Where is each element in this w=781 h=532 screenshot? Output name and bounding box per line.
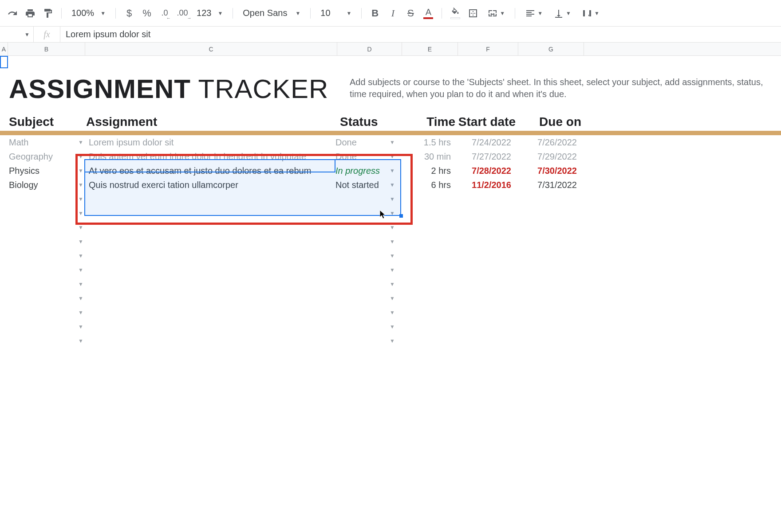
dropdown-icon[interactable]: ▼	[387, 168, 398, 174]
col-header-D[interactable]: D	[337, 43, 402, 55]
dropdown-icon[interactable]: ▼	[75, 324, 86, 330]
name-box[interactable]: ▼	[0, 27, 34, 42]
print-button[interactable]	[22, 5, 38, 21]
table-row[interactable]: ▼▼	[0, 192, 781, 206]
dropdown-icon[interactable]: ▼	[387, 338, 398, 344]
percent-button[interactable]: %	[139, 5, 155, 21]
dropdown-icon[interactable]: ▼	[75, 139, 86, 145]
paint-format-button[interactable]	[40, 5, 56, 21]
strikethrough-button[interactable]: S	[402, 5, 418, 21]
cell-subject[interactable]: Physics	[9, 166, 75, 176]
col-header-A[interactable]: A	[0, 43, 8, 55]
dropdown-icon[interactable]: ▼	[387, 324, 398, 330]
dropdown-icon[interactable]: ▼	[75, 224, 86, 231]
col-header-E[interactable]: E	[402, 43, 458, 55]
vertical-align-select[interactable]: ▼	[549, 5, 576, 21]
dropdown-icon[interactable]: ▼	[75, 338, 86, 344]
cell-status[interactable]: Not started	[335, 180, 387, 190]
dropdown-icon[interactable]: ▼	[75, 309, 86, 316]
cell-assignment[interactable]: Quis nostrud exerci tation ullamcorper	[86, 180, 335, 190]
dropdown-icon[interactable]: ▼	[387, 253, 398, 259]
cell-status[interactable]: Done	[335, 152, 387, 162]
table-row[interactable]: Biology▼Quis nostrud exerci tation ullam…	[0, 178, 781, 192]
table-row[interactable]: ▼▼	[0, 235, 781, 249]
cell-time[interactable]: 6 hrs	[398, 180, 454, 190]
dropdown-icon[interactable]: ▼	[387, 281, 398, 287]
sheet[interactable]: ASSIGNMENT TRACKER Add subjects or cours…	[0, 56, 781, 348]
table-row[interactable]: ▼▼	[0, 291, 781, 305]
cell-assignment[interactable]: Duis autem vel eum iriure dolor in hendr…	[86, 152, 335, 162]
dropdown-icon[interactable]: ▼	[75, 210, 86, 216]
table-row[interactable]: ▼▼	[0, 249, 781, 263]
dropdown-icon[interactable]: ▼	[387, 224, 398, 231]
cell-due[interactable]: 7/31/2022	[514, 180, 580, 190]
italic-button[interactable]: I	[385, 5, 401, 21]
cell-subject[interactable]: Geography	[9, 152, 75, 162]
dropdown-icon[interactable]: ▼	[75, 168, 86, 174]
dropdown-icon[interactable]: ▼	[75, 182, 86, 188]
cell-assignment[interactable]: At vero eos et accusam et justo duo dolo…	[86, 166, 335, 176]
dropdown-icon[interactable]: ▼	[387, 309, 398, 316]
dropdown-icon[interactable]: ▼	[75, 239, 86, 245]
dropdown-icon[interactable]: ▼	[387, 153, 398, 160]
dropdown-icon[interactable]: ▼	[387, 267, 398, 273]
dropdown-icon[interactable]: ▼	[387, 239, 398, 245]
col-header-B[interactable]: B	[8, 43, 85, 55]
table-row[interactable]: Geography▼Duis autem vel eum iriure dolo…	[0, 149, 781, 164]
table-row[interactable]: ▼▼	[0, 320, 781, 334]
table-row[interactable]: ▼▼	[0, 334, 781, 348]
dropdown-icon[interactable]: ▼	[387, 196, 398, 202]
increase-decimal-button[interactable]: .00→	[174, 5, 190, 21]
borders-button[interactable]	[465, 5, 481, 21]
horizontal-align-select[interactable]: ▼	[521, 5, 547, 21]
font-size-select[interactable]: 10▼	[316, 5, 356, 21]
cell-start[interactable]: 11/2/2016	[454, 180, 514, 190]
table-row[interactable]: ▼▼	[0, 220, 781, 235]
cell-time[interactable]: 1.5 hrs	[398, 137, 454, 148]
cell-due[interactable]: 7/30/2022	[514, 166, 580, 176]
text-color-button[interactable]: A	[420, 5, 436, 21]
col-header-F[interactable]: F	[458, 43, 518, 55]
col-header-G[interactable]: G	[518, 43, 584, 55]
dropdown-icon[interactable]: ▼	[75, 153, 86, 160]
more-formats-select[interactable]: 123▼	[192, 5, 227, 21]
merge-cells-select[interactable]: ▼	[483, 5, 509, 21]
col-header-C[interactable]: C	[85, 43, 337, 55]
cell-subject[interactable]: Math	[9, 137, 75, 148]
cell-start[interactable]: 7/24/2022	[454, 137, 514, 148]
cell-status[interactable]: Done	[335, 137, 387, 148]
cell-start[interactable]: 7/27/2022	[454, 152, 514, 162]
dropdown-icon[interactable]: ▼	[387, 210, 398, 216]
dropdown-icon[interactable]: ▼	[75, 253, 86, 259]
table-row[interactable]: Physics▼At vero eos et accusam et justo …	[0, 164, 781, 178]
table-row[interactable]: ▼▼	[0, 263, 781, 277]
cell-status[interactable]: In progress	[335, 166, 387, 176]
redo-button[interactable]	[4, 5, 20, 21]
cell-due[interactable]: 7/26/2022	[514, 137, 580, 148]
cell-time[interactable]: 30 min	[398, 152, 454, 162]
dropdown-icon[interactable]: ▼	[387, 182, 398, 188]
formula-input[interactable]: Lorem ipsum dolor sit	[60, 29, 781, 39]
cell-subject[interactable]: Biology	[9, 180, 75, 190]
text-wrap-select[interactable]: ▼	[577, 5, 604, 21]
font-select[interactable]: Open Sans▼	[238, 5, 305, 21]
table-row[interactable]: ▼▼	[0, 277, 781, 291]
table-row[interactable]: ▼▼	[0, 305, 781, 320]
zoom-select[interactable]: 100%▼	[67, 5, 110, 21]
cell-due[interactable]: 7/29/2022	[514, 152, 580, 162]
dropdown-icon[interactable]: ▼	[75, 196, 86, 202]
dropdown-icon[interactable]: ▼	[75, 267, 86, 273]
dropdown-icon[interactable]: ▼	[387, 139, 398, 145]
cell-start[interactable]: 7/28/2022	[454, 166, 514, 176]
table-row[interactable]: ▼▼	[0, 206, 781, 220]
dropdown-icon[interactable]: ▼	[75, 295, 86, 301]
bold-button[interactable]: B	[367, 5, 383, 21]
decrease-decimal-button[interactable]: .0←	[157, 5, 173, 21]
dropdown-icon[interactable]: ▼	[387, 295, 398, 301]
cell-assignment[interactable]: Lorem ipsum dolor sit	[86, 137, 335, 148]
cell-time[interactable]: 2 hrs	[398, 166, 454, 176]
fill-color-button[interactable]	[447, 5, 463, 21]
currency-button[interactable]: $	[121, 5, 137, 21]
table-row[interactable]: Math▼Lorem ipsum dolor sitDone▼1.5 hrs7/…	[0, 135, 781, 149]
selection-handle[interactable]	[399, 214, 403, 218]
